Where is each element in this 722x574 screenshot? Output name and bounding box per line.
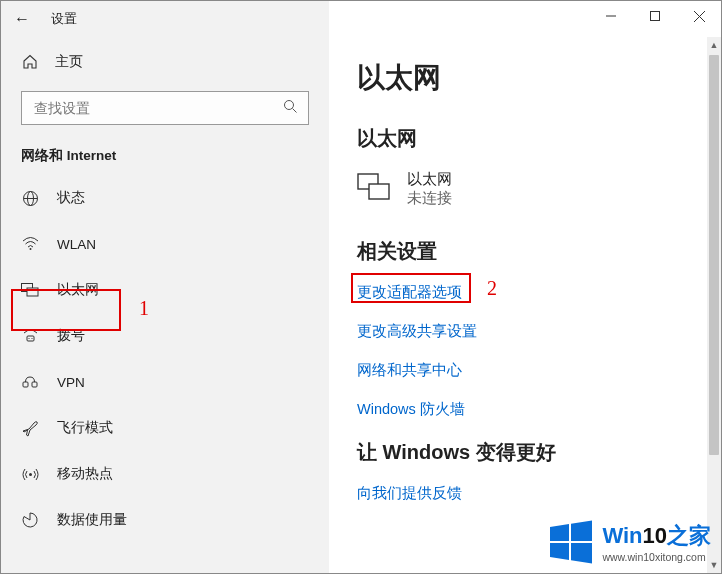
- svg-point-4: [285, 100, 294, 109]
- ethernet-status: 未连接: [407, 189, 452, 208]
- close-button[interactable]: [677, 1, 721, 31]
- sidebar-section-label: 网络和 Internet: [1, 143, 329, 175]
- sidebar-item-label: VPN: [57, 375, 85, 390]
- svg-marker-22: [550, 543, 569, 560]
- link-network-center[interactable]: 网络和共享中心: [357, 361, 697, 380]
- ethernet-adapter-icon: [357, 173, 391, 205]
- windows-logo-icon: [548, 519, 594, 565]
- home-button[interactable]: 主页: [1, 43, 329, 81]
- sidebar-item-hotspot[interactable]: 移动热点: [1, 451, 329, 497]
- sidebar-item-label: 移动热点: [57, 465, 113, 483]
- window-title: 设置: [43, 11, 77, 28]
- section-feedback-heading: 让 Windows 变得更好: [357, 439, 697, 466]
- link-adapter-options[interactable]: 更改适配器选项: [357, 283, 697, 302]
- back-button[interactable]: ←: [1, 10, 43, 28]
- watermark-brand: Win10之家: [602, 521, 711, 551]
- scroll-thumb[interactable]: [709, 55, 719, 455]
- svg-rect-12: [27, 336, 34, 341]
- scrollbar[interactable]: ▲ ▼: [707, 37, 721, 573]
- sidebar-item-label: 飞行模式: [57, 419, 113, 437]
- hotspot-icon: [21, 466, 39, 483]
- minimize-button[interactable]: [589, 1, 633, 31]
- titlebar: ← 设置: [1, 1, 721, 37]
- datausage-icon: [21, 512, 39, 528]
- watermark-url: www.win10xitong.com: [602, 551, 711, 563]
- scroll-up-icon[interactable]: ▲: [707, 37, 721, 53]
- svg-point-14: [31, 338, 32, 339]
- ethernet-icon: [21, 283, 39, 297]
- wifi-icon: [21, 237, 39, 251]
- section-ethernet-heading: 以太网: [357, 125, 697, 152]
- sidebar-item-ethernet[interactable]: 以太网: [1, 267, 329, 313]
- svg-marker-20: [550, 524, 569, 541]
- main-panel: 以太网 以太网 以太网 未连接 相关设置 更改适配器选项 更改高级共享设置 网络…: [329, 37, 721, 573]
- svg-line-5: [293, 108, 297, 112]
- sidebar-item-airplane[interactable]: 飞行模式: [1, 405, 329, 451]
- svg-rect-1: [651, 12, 660, 21]
- svg-marker-21: [571, 521, 592, 542]
- sidebar-item-label: WLAN: [57, 237, 96, 252]
- svg-point-9: [29, 248, 31, 250]
- page-title: 以太网: [357, 59, 697, 97]
- ethernet-name: 以太网: [407, 170, 452, 189]
- vpn-icon: [21, 375, 39, 389]
- sidebar-item-label: 状态: [57, 189, 85, 207]
- search-icon: [283, 99, 298, 118]
- home-icon: [21, 54, 39, 70]
- svg-rect-16: [32, 382, 37, 387]
- sidebar-item-label: 以太网: [57, 281, 99, 299]
- globe-icon: [21, 190, 39, 207]
- sidebar: 主页 网络和 Internet 状态 WLAN: [1, 37, 329, 573]
- sidebar-item-datausage[interactable]: 数据使用量: [1, 497, 329, 543]
- sidebar-item-wlan[interactable]: WLAN: [1, 221, 329, 267]
- sidebar-item-label: 拨号: [57, 327, 85, 345]
- svg-rect-11: [27, 288, 38, 296]
- svg-point-13: [28, 338, 29, 339]
- search-input[interactable]: [21, 91, 309, 125]
- link-feedback[interactable]: 向我们提供反馈: [357, 484, 697, 503]
- sidebar-item-status[interactable]: 状态: [1, 175, 329, 221]
- home-label: 主页: [55, 53, 83, 71]
- ethernet-status-row[interactable]: 以太网 未连接: [357, 170, 697, 208]
- search-field[interactable]: [32, 100, 232, 117]
- svg-point-17: [29, 473, 32, 476]
- dialup-icon: [21, 329, 39, 343]
- sidebar-item-dialup[interactable]: 拨号: [1, 313, 329, 359]
- svg-rect-19: [369, 184, 389, 199]
- airplane-icon: [21, 420, 39, 437]
- section-related-heading: 相关设置: [357, 238, 697, 265]
- maximize-button[interactable]: [633, 1, 677, 31]
- watermark: Win10之家 www.win10xitong.com: [548, 519, 711, 565]
- svg-marker-23: [571, 543, 592, 564]
- link-windows-firewall[interactable]: Windows 防火墙: [357, 400, 697, 419]
- svg-rect-15: [23, 382, 28, 387]
- sidebar-item-label: 数据使用量: [57, 511, 127, 529]
- sidebar-item-vpn[interactable]: VPN: [1, 359, 329, 405]
- link-advanced-sharing[interactable]: 更改高级共享设置: [357, 322, 697, 341]
